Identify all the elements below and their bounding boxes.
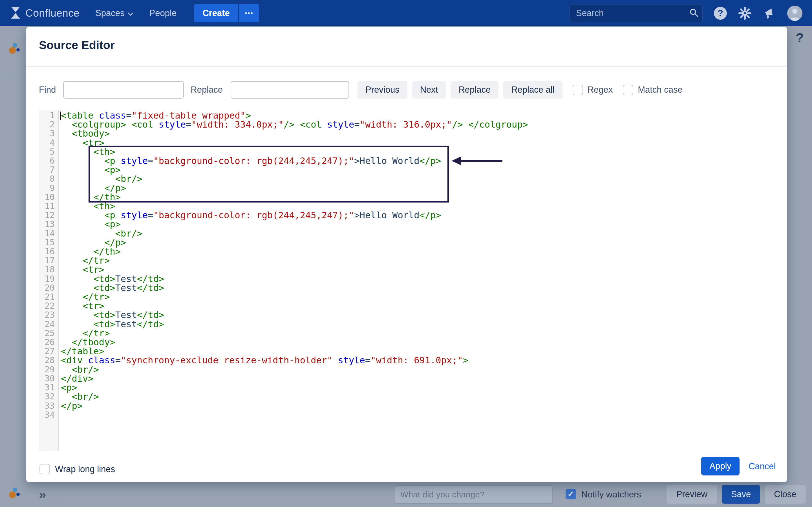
notify-watchers-checkbox[interactable]: ✓: [566, 489, 576, 499]
save-button[interactable]: Save: [722, 485, 760, 504]
code-token: </colgroup>: [468, 119, 528, 130]
code-token: =: [186, 119, 191, 130]
confluence-logo-icon: [10, 6, 21, 20]
line-number: 21: [39, 292, 58, 301]
code-token: =: [365, 355, 370, 365]
code-line[interactable]: </p>: [61, 184, 775, 193]
code-lines[interactable]: <table class="fixed-table wrapped"> <col…: [61, 111, 775, 419]
line-number: 7: [39, 165, 58, 174]
code-line[interactable]: </tr>: [61, 329, 775, 338]
nav-people[interactable]: People: [149, 8, 177, 18]
code-token: =: [354, 119, 359, 130]
page-help-icon[interactable]: ?: [796, 30, 804, 45]
code-line[interactable]: <tr>: [61, 138, 775, 147]
line-number: 16: [39, 247, 58, 256]
apply-button[interactable]: Apply: [701, 457, 740, 475]
text-cursor: [60, 112, 61, 120]
code-token: "background-color: rgb(244,245,247);": [153, 156, 354, 166]
code-line[interactable]: <p>: [61, 383, 775, 392]
code-line[interactable]: [61, 410, 775, 419]
code-line[interactable]: <br/>: [61, 229, 775, 238]
search-input[interactable]: [575, 8, 689, 18]
nav-people-label: People: [149, 8, 177, 18]
line-number: 24: [39, 320, 58, 329]
code-line[interactable]: <th>: [61, 202, 775, 211]
space-logo[interactable]: [8, 42, 21, 57]
sidebar-expand-icon[interactable]: »: [39, 487, 46, 502]
find-replace-toolbar: Find Replace Previous Next Replace Repla…: [39, 81, 776, 99]
line-number: 23: [39, 311, 58, 320]
replace-input[interactable]: [231, 81, 349, 99]
create-more-button[interactable]: •••: [239, 4, 259, 22]
find-input[interactable]: [63, 81, 184, 99]
line-number: 32: [39, 392, 58, 401]
code-line[interactable]: <tr>: [61, 265, 775, 274]
line-number: 18: [39, 265, 58, 274]
code-line[interactable]: </th>: [61, 193, 775, 202]
code-line[interactable]: </p>: [61, 238, 775, 247]
code-line[interactable]: </th>: [61, 247, 775, 256]
code-token: />: [284, 119, 295, 130]
code-line[interactable]: </table>: [61, 347, 775, 356]
code-line[interactable]: </tbody>: [61, 338, 775, 347]
line-number: 33: [39, 401, 58, 410]
code-line[interactable]: <tr>: [61, 301, 775, 311]
confluence-logo[interactable]: Confluence: [10, 6, 80, 20]
code-line[interactable]: <p>: [61, 165, 775, 174]
preview-button[interactable]: Preview: [666, 485, 717, 504]
create-button[interactable]: Create: [194, 4, 238, 22]
code-line[interactable]: </p>: [61, 401, 775, 410]
line-number: 13: [39, 220, 58, 229]
global-search[interactable]: [569, 4, 703, 22]
replace-button[interactable]: Replace: [451, 81, 499, 99]
search-icon[interactable]: [689, 8, 699, 18]
change-comment-input[interactable]: [395, 485, 553, 504]
code-token: [333, 355, 338, 365]
code-line[interactable]: </tr>: [61, 292, 775, 301]
code-editor[interactable]: 1234567891011121314151617181920212223242…: [39, 110, 775, 451]
line-number: 20: [39, 283, 58, 292]
nav-spaces[interactable]: Spaces: [95, 8, 133, 18]
gear-icon[interactable]: [738, 6, 752, 20]
code-line[interactable]: <table class="fixed-table wrapped">: [61, 111, 775, 120]
code-line[interactable]: <th>: [61, 147, 775, 156]
code-line[interactable]: <br/>: [61, 174, 775, 183]
help-icon[interactable]: ?: [714, 7, 727, 20]
code-line[interactable]: <p style="background-color: rgb(244,245,…: [61, 156, 775, 165]
code-line[interactable]: <p>: [61, 220, 775, 229]
top-navbar: Confluence Spaces People Create ••• ?: [0, 0, 812, 26]
code-line[interactable]: <tbody>: [61, 129, 775, 138]
previous-button[interactable]: Previous: [357, 81, 407, 99]
announcement-megaphone-icon[interactable]: [763, 7, 776, 20]
code-line[interactable]: <td>Test</td>: [61, 274, 775, 283]
match-case-checkbox[interactable]: [623, 85, 633, 95]
code-token: [463, 119, 468, 130]
code-token: <col: [300, 119, 327, 130]
code-line[interactable]: <br/>: [61, 365, 775, 374]
close-button[interactable]: Close: [765, 485, 806, 504]
code-line[interactable]: <div class="synchrony-exclude resize-wid…: [61, 356, 775, 365]
wrap-long-lines-checkbox[interactable]: [40, 464, 50, 474]
code-line[interactable]: <td>Test</td>: [61, 283, 775, 292]
code-line[interactable]: <td>Test</td>: [61, 311, 775, 320]
code-token: style: [159, 119, 186, 130]
replace-all-button[interactable]: Replace all: [503, 81, 562, 99]
user-avatar[interactable]: [787, 6, 802, 21]
regex-checkbox[interactable]: [573, 85, 583, 95]
next-button[interactable]: Next: [412, 81, 446, 99]
code-line[interactable]: </div>: [61, 374, 775, 383]
cancel-link[interactable]: Cancel: [749, 461, 776, 471]
line-number: 4: [39, 138, 58, 147]
code-line[interactable]: <p style="background-color: rgb(244,245,…: [61, 211, 775, 220]
space-logo-bottom[interactable]: [8, 486, 21, 501]
modal-header-divider: [26, 66, 787, 67]
code-line[interactable]: <br/>: [61, 392, 775, 401]
gutter-numbers: 1234567891011121314151617181920212223242…: [39, 110, 58, 419]
brand-name: Confluence: [26, 7, 80, 19]
code-line[interactable]: </tr>: [61, 256, 775, 265]
regex-label: Regex: [588, 85, 613, 95]
line-number: 30: [39, 374, 58, 383]
code-line[interactable]: <td>Test</td>: [61, 320, 775, 329]
code-line[interactable]: <colgroup> <col style="width: 334.0px;"/…: [61, 120, 775, 129]
line-number: 19: [39, 274, 58, 283]
